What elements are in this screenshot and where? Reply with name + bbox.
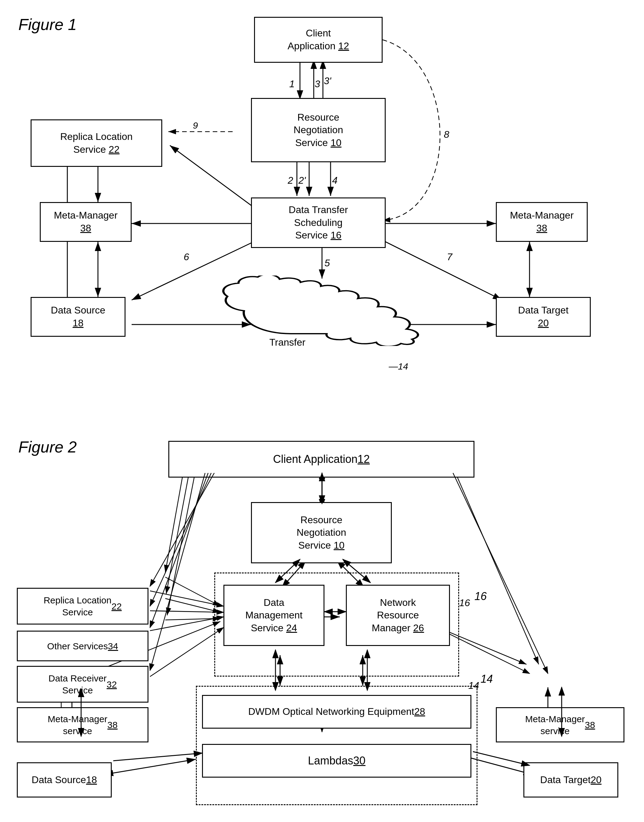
svg-line-46 — [165, 577, 220, 606]
svg-text:7: 7 — [447, 252, 453, 262]
fig2-rns: ResourceNegotiationService 10 — [251, 502, 392, 563]
svg-text:8: 8 — [444, 129, 449, 140]
fig2-client-app: Client Application 12 — [168, 441, 474, 478]
fig1-data-source: Data Source18 — [31, 297, 126, 337]
svg-text:9: 9 — [193, 120, 198, 130]
svg-line-29 — [170, 146, 263, 214]
fig1-client-app: ClientApplication 12 — [254, 17, 383, 63]
fig1-transfer-label: Transfer — [269, 337, 305, 348]
svg-text:4: 4 — [332, 175, 337, 186]
svg-line-47 — [165, 598, 220, 612]
fig1-rls: Replica LocationService 22 — [31, 120, 162, 167]
svg-text:2: 2 — [287, 175, 293, 186]
fig2-net-res: NetworkResourceManager 26 — [346, 585, 450, 646]
fig2-other-svc: Other Services 34 — [17, 631, 149, 661]
figure1-label: Figure 1 — [18, 15, 77, 34]
fig1-rns: ResourceNegotiationService 10 — [251, 98, 386, 162]
fig2-meta-left: Meta-Managerservice 38 — [17, 707, 149, 742]
svg-text:1: 1 — [289, 78, 295, 89]
fig1-dtss: Data TransferSchedulingService 16 — [251, 198, 386, 248]
fig2-dwdm: DWDM Optical Networking Equipment 28 — [202, 695, 471, 728]
fig2-data-source: Data Source 18 — [17, 762, 112, 797]
fig2-data-target: Data Target 20 — [523, 762, 618, 797]
fig2-data-receiver: Data ReceiverService 32 — [17, 666, 149, 702]
svg-text:3': 3' — [324, 75, 332, 86]
svg-text:6: 6 — [184, 252, 189, 262]
fig2-data-mgmt: DataManagementService 24 — [224, 585, 324, 646]
svg-line-49 — [104, 759, 196, 774]
svg-text:3: 3 — [315, 78, 320, 89]
svg-text:5: 5 — [324, 258, 330, 268]
fig1-meta-right: Meta-Manager38 — [496, 202, 588, 242]
fig1-cloud — [208, 276, 435, 346]
svg-text:2': 2' — [298, 175, 307, 186]
svg-line-48 — [165, 618, 220, 620]
fig2-meta-right: Meta-Managerservice 38 — [496, 707, 624, 742]
fig1-data-target: Data Target20 — [496, 297, 591, 337]
svg-text:16: 16 — [459, 597, 470, 608]
fig2-lambdas: Lambdas 30 — [202, 744, 471, 778]
fig1-meta-left: Meta-Manager38 — [40, 202, 132, 242]
fig2-rls: Replica LocationService 22 — [17, 588, 149, 624]
svg-line-56 — [447, 453, 539, 664]
fig1-network-num: —14 — [389, 361, 408, 372]
